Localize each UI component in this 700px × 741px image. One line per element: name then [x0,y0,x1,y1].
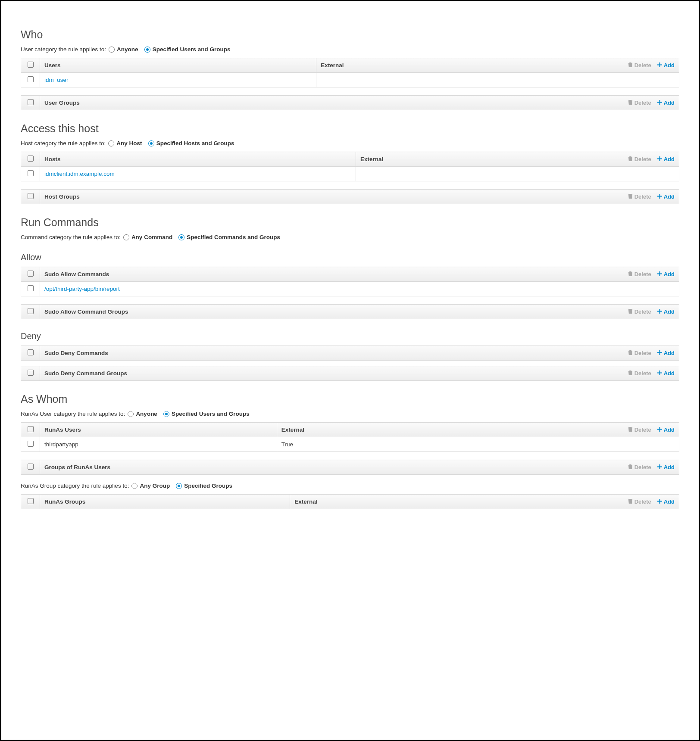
host-groups-select-all-checkbox[interactable] [28,193,34,199]
deny-cmd-groups-add-button[interactable]: Add [657,370,675,377]
access-host-radio-any-label: Any Host [116,140,142,146]
who-category-label: User category the rule applies to: [21,46,106,53]
user-groups-select-all-checkbox[interactable] [28,99,34,105]
host-groups-add-button[interactable]: Add [657,193,675,200]
deny-cmd-groups-col-header: Sudo Deny Command Groups [44,370,127,377]
runas-user-radio-specified-label: Specified Users and Groups [172,411,250,417]
access-host-radio-specified-label: Specified Hosts and Groups [156,140,234,146]
users-table: Users External Delete Add [21,58,679,87]
trash-icon [628,156,633,163]
trash-icon [628,271,633,278]
plus-icon [657,271,662,277]
runas-groups-select-all-checkbox[interactable] [28,498,34,504]
hosts-delete-button[interactable]: Delete [628,156,651,163]
runas-groups-external-col-header: External [294,498,317,505]
users-select-all-checkbox[interactable] [28,62,34,68]
user-groups-delete-button[interactable]: Delete [628,100,651,106]
host-groups-delete-button[interactable]: Delete [628,193,651,200]
row-checkbox[interactable] [28,441,34,447]
add-label: Add [664,498,675,505]
runas-group-radio-any[interactable]: Any Group [131,483,170,489]
runas-groups-delete-button[interactable]: Delete [628,498,651,505]
who-radio-specified[interactable]: Specified Users and Groups [144,46,231,53]
radio-icon [163,411,169,417]
runas-users-select-all-checkbox[interactable] [28,426,34,432]
plus-icon [657,464,662,470]
run-commands-radio-any[interactable]: Any Command [123,234,172,240]
row-checkbox[interactable] [28,170,34,176]
allow-cmd-groups-add-button[interactable]: Add [657,308,675,315]
allow-command-link[interactable]: /opt/third-party-app/bin/report [44,286,120,292]
access-host-radio-any[interactable]: Any Host [108,140,142,146]
plus-icon [657,370,662,377]
runas-group-category-label: RunAs Group category the rule applies to… [21,483,129,489]
delete-label: Delete [634,464,651,470]
groups-of-runas-users-select-all-checkbox[interactable] [28,464,34,470]
add-label: Add [664,271,675,277]
runas-group-radio-specified-label: Specified Groups [184,483,232,489]
sudo-allow-commands-table: Sudo Allow Commands Delete Add [21,267,679,296]
add-label: Add [664,100,675,106]
users-add-button[interactable]: Add [657,62,675,69]
deny-cmd-groups-select-all-checkbox[interactable] [28,370,34,376]
groups-of-runas-users-add-button[interactable]: Add [657,464,675,471]
radio-icon [148,140,154,146]
run-commands-section-title: Run Commands [21,216,679,229]
add-label: Add [664,156,675,162]
hosts-add-button[interactable]: Add [657,156,675,163]
runas-users-add-button[interactable]: Add [657,427,675,433]
trash-icon [628,308,633,315]
trash-icon [628,350,633,357]
plus-icon [657,193,662,200]
users-delete-button[interactable]: Delete [628,62,651,69]
trash-icon [628,62,633,69]
allow-cmds-select-all-checkbox[interactable] [28,271,34,277]
user-link[interactable]: idm_user [44,77,69,83]
deny-cmd-groups-delete-button[interactable]: Delete [628,370,651,377]
who-radio-anyone[interactable]: Anyone [109,46,138,53]
radio-icon [131,483,138,489]
deny-cmds-delete-button[interactable]: Delete [628,350,651,357]
trash-icon [628,193,633,200]
runas-group-radio-specified[interactable]: Specified Groups [176,483,232,489]
allow-cmds-add-button[interactable]: Add [657,271,675,278]
host-link[interactable]: idmclient.idm.example.com [44,171,115,177]
groups-of-runas-users-delete-button[interactable]: Delete [628,464,651,471]
allow-cmd-groups-delete-button[interactable]: Delete [628,308,651,315]
delete-label: Delete [634,100,651,106]
access-host-section-title: Access this host [21,122,679,135]
runas-groups-add-button[interactable]: Add [657,498,675,505]
row-checkbox[interactable] [28,285,34,291]
access-host-radio-specified[interactable]: Specified Hosts and Groups [148,140,234,146]
as-whom-section-title: As Whom [21,393,679,405]
deny-cmds-col-header: Sudo Deny Commands [44,350,108,356]
add-label: Add [664,193,675,200]
delete-label: Delete [634,350,651,356]
user-groups-add-button[interactable]: Add [657,100,675,106]
runas-user-radio-specified[interactable]: Specified Users and Groups [163,411,250,417]
add-label: Add [664,308,675,315]
add-label: Add [664,427,675,433]
deny-cmds-select-all-checkbox[interactable] [28,349,34,355]
add-label: Add [664,62,675,68]
delete-label: Delete [634,427,651,433]
allow-cmds-delete-button[interactable]: Delete [628,271,651,278]
deny-cmds-add-button[interactable]: Add [657,350,675,357]
user-external-cell [316,73,679,87]
runas-users-col-header: RunAs Users [44,427,81,433]
runas-users-delete-button[interactable]: Delete [628,427,651,433]
hosts-select-all-checkbox[interactable] [28,156,34,162]
delete-label: Delete [634,308,651,315]
runas-user-category-line: RunAs User category the rule applies to:… [21,411,679,417]
plus-icon [657,100,662,106]
sudo-rule-settings-panel: Who User category the rule applies to: A… [0,0,700,741]
radio-icon [178,234,184,240]
run-commands-radio-specified[interactable]: Specified Commands and Groups [178,234,280,240]
users-external-col-header: External [321,62,344,68]
row-checkbox[interactable] [28,76,34,82]
runas-user-radio-anyone[interactable]: Anyone [128,411,157,417]
delete-label: Delete [634,62,651,68]
delete-label: Delete [634,193,651,200]
host-groups-table: Host Groups Delete Add [21,189,679,204]
allow-cmd-groups-select-all-checkbox[interactable] [28,308,34,314]
